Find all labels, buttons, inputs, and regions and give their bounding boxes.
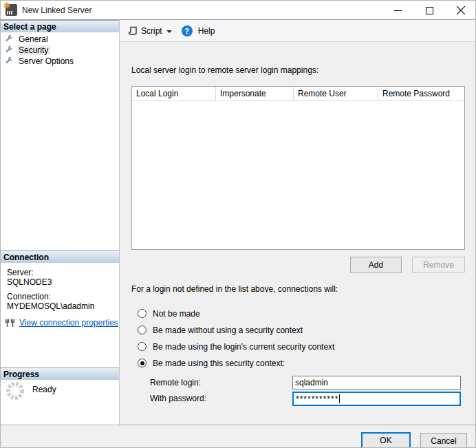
radio-unselected-icon[interactable] [138, 342, 147, 351]
sidebar-item-label: Server Options [17, 56, 76, 66]
help-icon: ? [182, 25, 193, 36]
column-header-remote-user[interactable]: Remote User [294, 87, 378, 100]
window-title: New Linked Server [22, 6, 91, 15]
titlebar: ✱ New Linked Server [1, 1, 476, 20]
sidebar-item-security[interactable]: Security [1, 45, 119, 56]
connection-behavior-radio-group: Not be madeBe made without using a secur… [138, 309, 334, 375]
new-object-star: ✱ [3, 1, 10, 10]
radio-option[interactable]: Be made without using a security context [138, 326, 334, 334]
with-password-label: With password: [150, 394, 206, 403]
connection-value: MYDEMOSQL\adadmin [7, 301, 117, 311]
server-label: Server: [7, 268, 117, 277]
maximize-icon [426, 7, 433, 14]
column-header-remote-password[interactable]: Remote Password [378, 87, 464, 100]
ok-button[interactable]: OK [361, 432, 411, 448]
login-mappings-table[interactable]: Local LoginImpersonateRemote UserRemote … [131, 86, 465, 250]
password-masked-value: *********** [296, 396, 338, 403]
text-caret [339, 394, 340, 403]
column-header-local-login[interactable]: Local Login [132, 87, 216, 100]
new-linked-server-icon: ✱ [6, 4, 17, 16]
sidebar-item-label: Security [17, 45, 50, 55]
table-header: Local LoginImpersonateRemote UserRemote … [132, 87, 464, 101]
view-connection-properties-link[interactable]: View connection properties [19, 318, 118, 328]
radio-option[interactable]: Be made using this security context: [138, 359, 334, 367]
page-list: GeneralSecurityServer Options [1, 34, 119, 67]
remote-login-label: Remote login: [150, 378, 201, 387]
script-dropdown-icon[interactable] [166, 30, 172, 33]
minimize-button[interactable] [382, 1, 413, 20]
server-value: SQLNODE3 [7, 277, 117, 287]
radio-option[interactable]: Not be made [138, 309, 334, 318]
cancel-button[interactable]: Cancel [420, 433, 467, 448]
wrench-icon [4, 34, 14, 44]
sidebar-item-server-options[interactable]: Server Options [1, 56, 119, 67]
new-linked-server-dialog: ✱ New Linked Server Select a page Genera… [0, 0, 476, 448]
toolbar: Script ? Help [120, 20, 476, 42]
connection-label: Connection: [7, 292, 117, 301]
script-icon [128, 25, 138, 36]
radio-selected-icon[interactable] [138, 359, 147, 367]
maximize-button[interactable] [413, 1, 445, 20]
select-page-header: Select a page [1, 20, 119, 32]
icon-detail [7, 11, 13, 14]
progress-status-text: Ready [32, 385, 56, 394]
remove-button: Remove [412, 257, 465, 273]
sidebar: Select a page GeneralSecurityServer Opti… [1, 20, 120, 425]
help-button[interactable]: ? Help [179, 23, 221, 39]
sidebar-item-general[interactable]: General [1, 34, 119, 45]
wrench-icon [4, 56, 14, 66]
radio-option-label: Not be made [153, 309, 200, 319]
fallback-label: For a login not defined in the list abov… [131, 284, 338, 294]
password-input[interactable]: *********** [292, 392, 461, 406]
connection-header: Connection [1, 250, 119, 263]
column-header-impersonate[interactable]: Impersonate [216, 87, 294, 100]
window-controls [382, 1, 476, 20]
spinner-icon [5, 381, 25, 401]
footer: OK Cancel [1, 425, 476, 448]
remote-login-input[interactable] [292, 376, 461, 390]
sidebar-item-label: General [17, 34, 50, 44]
mappings-label: Local server login to remote server logi… [131, 65, 318, 75]
radio-unselected-icon[interactable] [138, 326, 147, 334]
minimize-icon [394, 7, 402, 14]
connection-account: Connection: MYDEMOSQL\adadmin [7, 292, 117, 311]
radio-unselected-icon[interactable] [138, 309, 147, 318]
radio-option[interactable]: Be made using the login's current securi… [138, 342, 334, 351]
radio-option-label: Be made using the login's current securi… [153, 342, 334, 352]
wrench-icon [4, 45, 14, 55]
close-button[interactable] [445, 1, 476, 20]
connection-properties-icon [5, 319, 16, 328]
radio-option-label: Be made using this security context: [153, 359, 285, 368]
connection-server: Server: SQLNODE3 [7, 268, 117, 287]
main-panel: Script ? Help Local server login to remo… [120, 20, 476, 425]
radio-option-label: Be made without using a security context [153, 326, 303, 335]
add-button[interactable]: Add [350, 257, 402, 273]
help-label: Help [198, 26, 215, 36]
progress-header: Progress [1, 367, 119, 380]
script-label: Script [141, 26, 162, 36]
close-icon [457, 6, 465, 14]
progress-status: Ready [5, 381, 56, 401]
script-button[interactable]: Script [125, 23, 179, 39]
view-connection-properties[interactable]: View connection properties [5, 318, 118, 328]
